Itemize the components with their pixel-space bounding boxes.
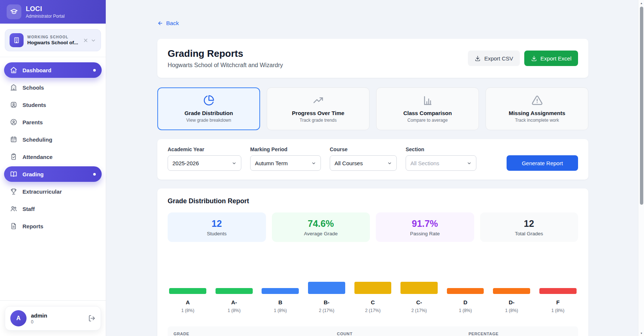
report-type-row: Grade Distribution View grade breakdown … [157,87,588,130]
back-link[interactable]: Back [157,20,179,27]
stat-value: 91.7% [412,218,438,229]
school-building-icon [10,33,24,47]
sidebar-item-reports[interactable]: Reports [4,218,102,234]
active-dot [93,173,96,176]
academic-year-label: Academic Year [168,146,241,152]
sidebar-item-label: Scheduling [22,136,52,143]
chart-column: B-2 (17%) [307,245,347,313]
generate-report-button[interactable]: Generate Report [507,155,578,171]
sidebar-item-label: Students [22,102,46,108]
sidebar-item-scheduling[interactable]: Scheduling [4,132,102,147]
stat-label: Students [207,231,227,236]
stat-total-grades: 12 Total Grades [480,212,578,242]
sidebar-nav: Dashboard Schools Students Parents Sched… [0,57,106,300]
report-type-title: Missing Assignments [509,110,566,116]
book-open-icon [10,170,17,178]
calendar-icon [10,136,17,143]
chart-grade-label: C- [399,299,440,305]
report-type-title: Class Comparison [403,110,452,116]
chart-count-label: 2 (17%) [307,308,347,313]
stat-average-grade: 74.6% Average Grade [272,212,370,242]
course-value: All Courses [335,160,363,166]
report-type-missing-assignments[interactable]: Missing Assignments Track incomplete wor… [486,87,588,130]
file-text-icon [10,222,17,230]
sidebar-item-extracurricular[interactable]: Extracurricular [4,184,102,199]
sidebar-item-students[interactable]: Students [4,97,102,112]
academic-year-select[interactable]: 2025-2026 [168,155,241,171]
logout-icon[interactable] [88,315,95,322]
report-type-subtitle: Track grade trends [300,118,336,123]
chart-grade-label: C [353,299,393,305]
export-excel-button[interactable]: Export Excel [524,51,578,66]
sidebar-item-parents[interactable]: Parents [4,114,102,130]
report-type-grade-distribution[interactable]: Grade Distribution View grade breakdown [157,87,260,130]
report-type-progress-over-time[interactable]: Progress Over Time Track grade trends [267,87,370,130]
sidebar-item-staff[interactable]: Staff [4,201,102,217]
table-header-percentage: PERCENTAGE [469,332,572,336]
report-type-subtitle: Compare to average [407,118,448,123]
working-school-section: WORKING SCHOOL Hogwarts School of... [0,24,106,57]
trending-up-icon [313,95,324,106]
marking-period-select[interactable]: Autumn Term [250,155,321,171]
academic-year-value: 2025-2026 [172,160,199,166]
chart-grade-label: A- [214,299,255,305]
course-select[interactable]: All Courses [330,155,397,171]
section-select[interactable]: All Sections [406,155,476,171]
export-excel-label: Export Excel [540,55,571,62]
chart-count-label: 1 (8%) [538,308,578,313]
sidebar-item-attendance[interactable]: Attendance [4,149,102,164]
chart-column: A1 (8%) [168,245,208,313]
chart-grade-label: F [538,299,578,305]
chevron-down-icon[interactable] [91,38,96,43]
scrollbar[interactable]: ▲ ▼ [638,0,644,336]
chart-bar [308,282,345,294]
scroll-up-arrow[interactable]: ▲ [638,0,644,6]
report-type-class-comparison[interactable]: Class Comparison Compare to average [376,87,479,130]
table-header-grade: GRADE [174,332,337,336]
chart-column: F1 (8%) [538,245,578,313]
grade-distribution-report-card: Grade Distribution Report 12 Students 74… [157,188,588,336]
active-dot [93,69,96,72]
stat-passing-rate: 91.7% Passing Rate [376,212,474,242]
user-sub: 0 [31,319,47,325]
sidebar-item-grading[interactable]: Grading [4,166,102,182]
marking-period-value: Autumn Term [255,160,288,166]
scroll-down-arrow[interactable]: ▼ [638,330,644,336]
report-title: Grade Distribution Report [168,197,578,205]
export-csv-button[interactable]: Export CSV [468,51,519,66]
sidebar-item-dashboard[interactable]: Dashboard [4,62,102,78]
sidebar-item-schools[interactable]: Schools [4,80,102,95]
working-school-card[interactable]: WORKING SCHOOL Hogwarts School of... [5,29,101,51]
scrollbar-thumb[interactable] [640,7,643,205]
export-csv-label: Export CSV [484,55,513,62]
chart-bar [354,282,392,294]
clipboard-check-icon [10,153,17,160]
student-icon [10,101,17,108]
pie-chart-icon [203,95,214,106]
app-subtitle: Administrator Portal [26,14,64,19]
user-card[interactable]: A admin 0 [5,306,101,330]
course-label: Course [330,146,397,152]
page-title: Grading Reports [168,48,283,59]
chart-count-label: 2 (17%) [353,308,393,313]
working-school-label: WORKING SCHOOL [27,35,79,39]
chart-grade-label: D [445,299,486,305]
report-type-subtitle: View grade breakdown [186,118,231,123]
chart-column: C-2 (17%) [399,245,440,313]
chart-grade-label: A [168,299,208,305]
section-value: All Sections [410,160,439,166]
chart-grade-label: B [260,299,301,305]
stats-row: 12 Students 74.6% Average Grade 91.7% Pa… [168,212,578,242]
marking-period-label: Marking Period [250,146,321,152]
chart-count-label: 1 (8%) [214,308,255,313]
home-icon [10,66,17,74]
sidebar-item-label: Extracurricular [22,188,62,195]
chart-column: B1 (8%) [260,245,301,313]
stat-label: Average Grade [304,231,337,236]
sidebar-footer: A admin 0 [0,300,106,336]
clear-school-icon[interactable] [83,38,88,43]
alert-triangle-icon [532,95,543,106]
report-type-title: Progress Over Time [292,110,344,116]
stat-value: 74.6% [308,218,334,229]
chart-count-label: 1 (8%) [168,308,208,313]
